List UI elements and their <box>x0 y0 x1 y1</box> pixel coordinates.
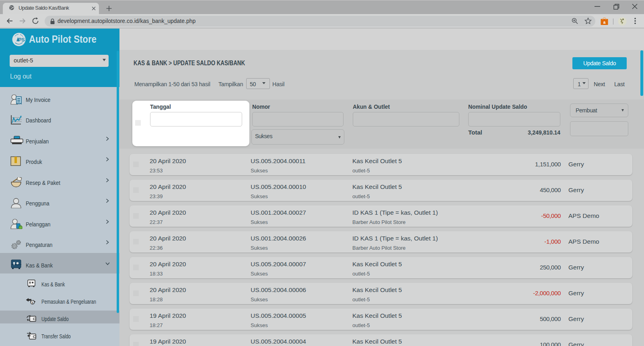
svg-text:a: a <box>603 20 606 25</box>
svg-text:PS: PS <box>19 37 25 43</box>
